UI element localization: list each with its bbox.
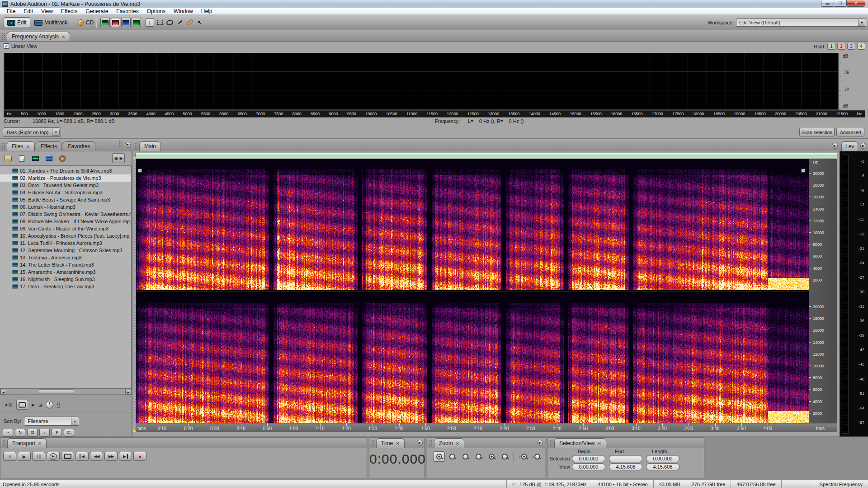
close-tab-icon[interactable]: ✕ — [456, 441, 459, 446]
file-list-item[interactable]: 10. Apocalyptica - Broken Pieces [feat. … — [0, 232, 131, 239]
end-field[interactable] — [609, 455, 642, 462]
hold-button[interactable]: 1 — [827, 43, 835, 50]
tool-lasso-selection-tool[interactable] — [165, 18, 174, 27]
tab-zoom[interactable]: Zoom✕ — [434, 438, 464, 448]
cursor-marker-bottom[interactable] — [133, 429, 137, 432]
filter-show-audio[interactable]: ~ — [3, 429, 13, 436]
zoom-in-vertically-button[interactable]: + — [517, 451, 528, 462]
minimize-button[interactable]: ▬ — [821, 0, 834, 7]
multitrack-view-button[interactable]: Multitrack — [31, 17, 71, 28]
tool-marquee-selection-tool[interactable] — [156, 18, 164, 27]
end-field[interactable]: 4:15.608 — [609, 463, 642, 470]
zoom-out-horizontally-button[interactable]: - — [447, 451, 458, 462]
file-list-item[interactable]: 07. Diablo Swing Orchestra - Kevlar Swee… — [0, 211, 131, 218]
length-field[interactable]: 4:15.608 — [646, 463, 679, 470]
tool-scrub-tool[interactable] — [195, 18, 204, 27]
status-display-mode[interactable]: Spectral Frequency — [814, 480, 868, 488]
preview-play-icon[interactable]: ▶ — [32, 403, 35, 407]
menu-item[interactable]: View — [37, 8, 57, 14]
tab-effects[interactable]: Effects✕ — [36, 141, 62, 151]
spectral-frequency-display[interactable] — [136, 159, 810, 424]
transport-pause[interactable] — [32, 452, 45, 461]
transport-stop[interactable] — [3, 452, 16, 461]
file-list-hscrollbar[interactable]: ◀ ▶ — [0, 389, 132, 395]
selection-handle-left[interactable] — [138, 169, 142, 173]
scroll-right-icon[interactable]: ▶ — [125, 389, 131, 394]
transport-play-from-cursor[interactable] — [47, 452, 60, 461]
panel-menu-icon[interactable]: ▶ — [125, 142, 131, 148]
files-toolbar-open-file[interactable] — [3, 154, 14, 164]
begin-field[interactable]: 0:00.000 — [572, 463, 605, 470]
menu-item[interactable]: Favorites — [112, 8, 142, 14]
panel-grip[interactable] — [2, 33, 5, 40]
transport-go-to-end[interactable] — [119, 452, 132, 461]
filter-show-video[interactable]: ▤ — [27, 429, 38, 436]
horizontal-pan-bar[interactable] — [135, 153, 837, 158]
display-mode-dropdown[interactable]: Bars (Right on top) ▼ — [3, 127, 61, 137]
close-tab-icon[interactable]: ✕ — [61, 34, 65, 39]
view-spectral-frequency-view[interactable] — [111, 18, 120, 27]
frequency-analysis-graph[interactable] — [4, 53, 839, 110]
zoom-in-horizontally-button[interactable]: + — [434, 451, 445, 462]
playback-cursor[interactable] — [136, 159, 136, 423]
zoom-in-at-out-point-button[interactable]: - — [499, 451, 510, 462]
tool-effects-paintbrush-tool[interactable] — [175, 18, 184, 27]
tab-transport[interactable]: Transport✕ — [7, 438, 47, 448]
file-list-item[interactable]: 02. Markize - Poussieres de Vie.mp3 — [0, 174, 131, 182]
panel-menu-icon[interactable]: ▶ — [417, 440, 423, 446]
sort-by-dropdown[interactable]: Filename ▼ — [24, 417, 79, 426]
filter-show-midi[interactable]: ♪ — [39, 429, 50, 436]
preview-volume-value[interactable]: 0 — [57, 402, 60, 408]
menu-item[interactable]: Options — [143, 8, 170, 14]
file-list-item[interactable]: 08. Picture Me Broken - If I Never Wake … — [0, 218, 131, 225]
file-list-item[interactable]: 01. Xandria - The Dream is Still Alive.m… — [0, 167, 131, 174]
maximize-button[interactable]: ❐ — [834, 0, 847, 7]
frequency-ruler[interactable]: Hz20000180001600014000120001000080006000… — [809, 159, 837, 423]
close-tab-icon[interactable]: ✕ — [396, 441, 399, 446]
zoom-in-at-in-point-button[interactable]: + — [486, 451, 497, 462]
title-bar[interactable]: Au Adobe Audition - 02. Markize - Poussi… — [0, 0, 868, 8]
menu-item[interactable]: File — [3, 8, 19, 14]
auto-play-icon[interactable]: ◄))) — [4, 402, 13, 407]
chevron-down-icon[interactable]: ▼ — [52, 129, 60, 136]
panel-grip[interactable] — [429, 440, 433, 446]
file-list-item[interactable]: 09. Van Canto - Master of the Wind.mp3 — [0, 225, 131, 232]
edit-view-button[interactable]: Edit — [4, 17, 30, 28]
workspace-dropdown[interactable]: Edit View (Default) ▼ — [736, 19, 866, 27]
menu-item[interactable]: Generate — [81, 8, 112, 14]
tool-spot-healing-brush-tool[interactable] — [185, 18, 194, 27]
level-meter[interactable] — [842, 155, 849, 434]
close-tab-icon[interactable]: ✕ — [598, 441, 601, 446]
tab-favorites[interactable]: Favorites✕ — [63, 141, 95, 151]
scan-selection-button[interactable]: Scan selection — [799, 128, 835, 136]
panel-grip[interactable] — [134, 143, 138, 150]
view-waveform-view[interactable] — [100, 18, 110, 27]
selection-handle-right[interactable] — [801, 169, 805, 173]
zoom-out-full-button[interactable]: - — [460, 451, 471, 462]
close-tab-icon[interactable]: ✕ — [26, 144, 29, 149]
menu-item[interactable]: Effects — [57, 8, 81, 14]
file-list-item[interactable]: 04. Eclipse Sol-Air - Schizophilia.mp3 — [0, 189, 131, 196]
menu-item[interactable]: Window — [170, 8, 197, 14]
file-list-item[interactable]: 11. Luca Turilli - Princess Aurora.mp3 — [0, 239, 131, 247]
file-list-item[interactable]: 13. Tristania - Amnesia.mp3 — [0, 254, 131, 261]
cursor-marker-top[interactable] — [133, 157, 137, 160]
file-list-item[interactable]: 14. The Letter Black - Found.mp3 — [0, 261, 131, 268]
tab-files[interactable]: Files✕ — [7, 141, 35, 151]
preview-volume-knob[interactable] — [46, 401, 53, 408]
panel-menu-icon[interactable]: ▶ — [832, 143, 838, 149]
panel-grip[interactable] — [371, 440, 375, 446]
filter-show-loops[interactable]: ↻ — [15, 429, 25, 436]
filter-show-full-path[interactable]: C: — [64, 429, 74, 436]
files-toolbar-import-file[interactable] — [30, 154, 41, 164]
files-toolbar-insert-into-multitrack[interactable] — [43, 154, 54, 164]
manage-display-button[interactable] — [112, 153, 125, 163]
panel-menu-icon[interactable]: ▶ — [537, 440, 543, 446]
panel-grip[interactable] — [2, 440, 6, 446]
transport-go-to-beginning[interactable] — [75, 452, 89, 461]
file-list-item[interactable]: 15. Amaranthe - Amaranthine.mp3 — [0, 268, 131, 276]
hold-button[interactable]: 2 — [837, 43, 845, 50]
filter-filter-view[interactable]: ▼ — [52, 429, 62, 436]
tool-time-selection-tool[interactable] — [146, 18, 154, 27]
transport-record[interactable] — [133, 452, 146, 461]
